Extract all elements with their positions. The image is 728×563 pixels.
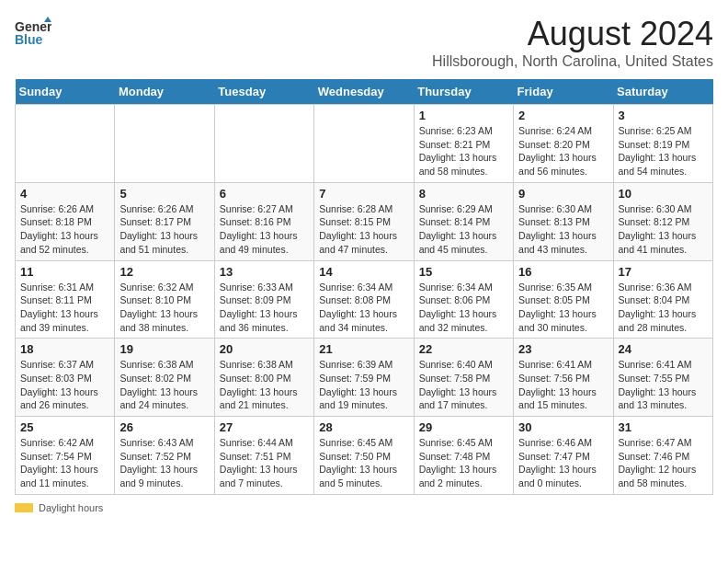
day-number: 29 [419, 420, 508, 434]
day-info: Sunrise: 6:24 AMSunset: 8:20 PMDaylight:… [518, 124, 608, 178]
title-area: August 2024 Hillsborough, North Carolina… [432, 15, 713, 70]
day-info: Sunrise: 6:23 AMSunset: 8:21 PMDaylight:… [419, 124, 508, 178]
subtitle: Hillsborough, North Carolina, United Sta… [432, 53, 713, 70]
day-info: Sunrise: 6:42 AMSunset: 7:54 PMDaylight:… [20, 436, 109, 490]
calendar-cell: 29Sunrise: 6:45 AMSunset: 7:48 PMDayligh… [414, 417, 513, 495]
calendar-cell: 5Sunrise: 6:26 AMSunset: 8:17 PMDaylight… [115, 182, 214, 260]
calendar-week-row: 11Sunrise: 6:31 AMSunset: 8:11 PMDayligh… [16, 260, 713, 339]
calendar-cell: 16Sunrise: 6:35 AMSunset: 8:05 PMDayligh… [514, 260, 613, 339]
calendar-cell: 24Sunrise: 6:41 AMSunset: 7:55 PMDayligh… [613, 339, 712, 417]
calendar-cell: 3Sunrise: 6:25 AMSunset: 8:19 PMDaylight… [613, 105, 712, 183]
day-info: Sunrise: 6:45 AMSunset: 7:48 PMDaylight:… [419, 436, 508, 490]
calendar-cell: 1Sunrise: 6:23 AMSunset: 8:21 PMDaylight… [414, 105, 513, 183]
day-number: 7 [319, 187, 408, 201]
day-number: 20 [220, 342, 309, 356]
daylight-bar-icon [15, 503, 33, 512]
daylight-label: Daylight hours [39, 502, 103, 513]
day-number: 14 [319, 265, 408, 279]
day-number: 12 [119, 265, 209, 279]
day-info: Sunrise: 6:41 AMSunset: 7:55 PMDaylight:… [619, 358, 708, 412]
day-number: 9 [518, 187, 608, 201]
day-info: Sunrise: 6:46 AMSunset: 7:47 PMDaylight:… [518, 436, 608, 490]
day-info: Sunrise: 6:38 AMSunset: 8:02 PMDaylight:… [119, 358, 209, 412]
day-info: Sunrise: 6:44 AMSunset: 7:51 PMDaylight:… [220, 436, 309, 490]
calendar-cell: 11Sunrise: 6:31 AMSunset: 8:11 PMDayligh… [16, 260, 115, 339]
day-info: Sunrise: 6:30 AMSunset: 8:13 PMDaylight:… [518, 202, 608, 257]
day-number: 17 [619, 265, 708, 279]
logo-icon: General Blue [15, 15, 51, 52]
day-info: Sunrise: 6:41 AMSunset: 7:56 PMDaylight:… [518, 358, 608, 412]
day-number: 6 [220, 187, 309, 201]
day-number: 24 [619, 342, 708, 356]
calendar-cell: 12Sunrise: 6:32 AMSunset: 8:10 PMDayligh… [115, 260, 214, 339]
calendar-cell: 30Sunrise: 6:46 AMSunset: 7:47 PMDayligh… [514, 417, 613, 495]
calendar-cell: 17Sunrise: 6:36 AMSunset: 8:04 PMDayligh… [613, 260, 712, 339]
calendar-cell: 6Sunrise: 6:27 AMSunset: 8:16 PMDaylight… [214, 182, 313, 260]
day-info: Sunrise: 6:27 AMSunset: 8:16 PMDaylight:… [220, 202, 309, 257]
weekday-header-friday: Friday [514, 79, 613, 105]
calendar-cell: 22Sunrise: 6:40 AMSunset: 7:58 PMDayligh… [414, 339, 513, 417]
calendar-week-row: 1Sunrise: 6:23 AMSunset: 8:21 PMDaylight… [16, 105, 713, 183]
day-info: Sunrise: 6:26 AMSunset: 8:17 PMDaylight:… [119, 202, 209, 257]
day-info: Sunrise: 6:34 AMSunset: 8:08 PMDaylight:… [319, 281, 408, 335]
day-info: Sunrise: 6:38 AMSunset: 8:00 PMDaylight:… [220, 358, 309, 412]
day-number: 19 [119, 342, 209, 356]
weekday-header-thursday: Thursday [414, 79, 513, 105]
day-info: Sunrise: 6:37 AMSunset: 8:03 PMDaylight:… [20, 358, 109, 412]
calendar-cell: 23Sunrise: 6:41 AMSunset: 7:56 PMDayligh… [514, 339, 613, 417]
day-number: 30 [518, 420, 608, 434]
day-number: 4 [20, 187, 109, 201]
calendar-cell: 19Sunrise: 6:38 AMSunset: 8:02 PMDayligh… [115, 339, 214, 417]
day-number: 13 [220, 265, 309, 279]
calendar-cell: 14Sunrise: 6:34 AMSunset: 8:08 PMDayligh… [314, 260, 414, 339]
calendar-cell: 18Sunrise: 6:37 AMSunset: 8:03 PMDayligh… [16, 339, 115, 417]
day-info: Sunrise: 6:33 AMSunset: 8:09 PMDaylight:… [220, 281, 309, 335]
day-info: Sunrise: 6:36 AMSunset: 8:04 PMDaylight:… [619, 281, 708, 335]
day-number: 23 [518, 342, 608, 356]
day-number: 21 [319, 342, 408, 356]
day-info: Sunrise: 6:43 AMSunset: 7:52 PMDaylight:… [119, 436, 209, 490]
calendar-cell: 9Sunrise: 6:30 AMSunset: 8:13 PMDaylight… [514, 182, 613, 260]
calendar-cell [115, 105, 214, 183]
calendar-table: SundayMondayTuesdayWednesdayThursdayFrid… [15, 79, 713, 495]
day-info: Sunrise: 6:47 AMSunset: 7:46 PMDaylight:… [619, 436, 708, 490]
header: General Blue August 2024 Hillsborough, N… [15, 15, 713, 70]
day-number: 25 [20, 420, 109, 434]
weekday-header-sunday: Sunday [16, 79, 115, 105]
day-info: Sunrise: 6:25 AMSunset: 8:19 PMDaylight:… [619, 124, 708, 178]
day-number: 1 [419, 109, 508, 122]
day-info: Sunrise: 6:29 AMSunset: 8:14 PMDaylight:… [419, 202, 508, 257]
day-number: 8 [419, 187, 508, 201]
calendar-cell: 7Sunrise: 6:28 AMSunset: 8:15 PMDaylight… [314, 182, 414, 260]
calendar-week-row: 18Sunrise: 6:37 AMSunset: 8:03 PMDayligh… [16, 339, 713, 417]
day-info: Sunrise: 6:34 AMSunset: 8:06 PMDaylight:… [419, 281, 508, 335]
day-info: Sunrise: 6:35 AMSunset: 8:05 PMDaylight:… [518, 281, 608, 335]
calendar-cell: 2Sunrise: 6:24 AMSunset: 8:20 PMDaylight… [514, 105, 613, 183]
calendar-week-row: 4Sunrise: 6:26 AMSunset: 8:18 PMDaylight… [16, 182, 713, 260]
svg-text:Blue: Blue [15, 32, 43, 47]
main-title: August 2024 [432, 15, 713, 53]
weekday-header-saturday: Saturday [613, 79, 712, 105]
day-number: 22 [419, 342, 508, 356]
day-number: 18 [20, 342, 109, 356]
calendar-cell: 26Sunrise: 6:43 AMSunset: 7:52 PMDayligh… [115, 417, 214, 495]
logo: General Blue [15, 15, 51, 52]
calendar-cell [314, 105, 414, 183]
calendar-cell: 4Sunrise: 6:26 AMSunset: 8:18 PMDaylight… [16, 182, 115, 260]
day-number: 15 [419, 265, 508, 279]
calendar-week-row: 25Sunrise: 6:42 AMSunset: 7:54 PMDayligh… [16, 417, 713, 495]
calendar-cell: 28Sunrise: 6:45 AMSunset: 7:50 PMDayligh… [314, 417, 414, 495]
day-info: Sunrise: 6:30 AMSunset: 8:12 PMDaylight:… [619, 202, 708, 257]
day-number: 28 [319, 420, 408, 434]
calendar-cell: 25Sunrise: 6:42 AMSunset: 7:54 PMDayligh… [16, 417, 115, 495]
weekday-header-tuesday: Tuesday [214, 79, 313, 105]
day-info: Sunrise: 6:31 AMSunset: 8:11 PMDaylight:… [20, 281, 109, 335]
calendar-cell: 31Sunrise: 6:47 AMSunset: 7:46 PMDayligh… [613, 417, 712, 495]
day-number: 10 [619, 187, 708, 201]
day-number: 27 [220, 420, 309, 434]
day-info: Sunrise: 6:39 AMSunset: 7:59 PMDaylight:… [319, 358, 408, 412]
day-number: 5 [119, 187, 209, 201]
calendar-cell: 10Sunrise: 6:30 AMSunset: 8:12 PMDayligh… [613, 182, 712, 260]
calendar-cell: 8Sunrise: 6:29 AMSunset: 8:14 PMDaylight… [414, 182, 513, 260]
day-info: Sunrise: 6:26 AMSunset: 8:18 PMDaylight:… [20, 202, 109, 257]
